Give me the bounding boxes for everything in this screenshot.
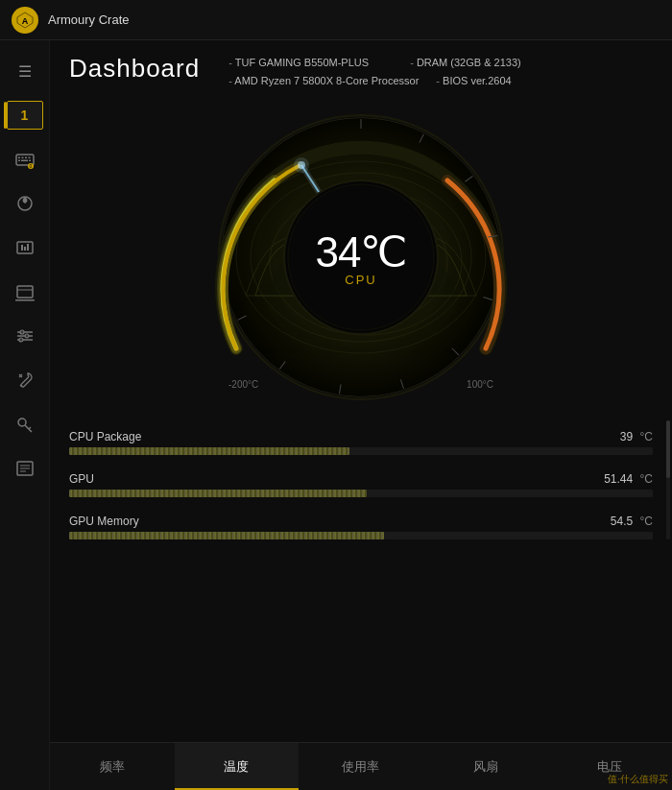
gpu-memory-label: GPU Memory <box>69 515 139 528</box>
gpu-memory-bar-fill <box>69 532 384 539</box>
svg-text:0: 0 <box>29 163 32 169</box>
sidebar-item-menu[interactable]: ☰ <box>4 50 46 92</box>
gauge-center: 34℃ CPU <box>316 227 407 287</box>
svg-point-48 <box>294 157 309 173</box>
metrics-section: CPU Package 39 °C GPU 51.44 °C <box>50 420 672 539</box>
sidebar-item-gamevisual[interactable] <box>4 271 46 313</box>
app-logo: A <box>12 7 38 34</box>
scroll-indicator[interactable] <box>666 420 670 539</box>
tab-bar: 频率 温度 使用率 风扇 电压 <box>50 742 672 790</box>
sidebar-item-tools[interactable] <box>4 359 46 401</box>
gpu-value: 51.44 °C <box>604 472 653 486</box>
cpu-package-value: 39 °C <box>620 430 653 443</box>
app-title: Armoury Crate <box>48 12 130 27</box>
tab-freq[interactable]: 频率 <box>50 743 175 790</box>
main-content: Dashboard - TUF GAMING B550M-PLUS - DRAM… <box>50 40 672 790</box>
gpu-label: GPU <box>69 472 94 486</box>
gpu-memory-bar <box>69 532 653 539</box>
sidebar-item-keyboard[interactable]: 0 <box>4 138 46 180</box>
metric-gpu: GPU 51.44 °C <box>69 472 653 497</box>
svg-point-24 <box>25 334 29 338</box>
topbar: A Armoury Crate <box>0 0 672 40</box>
sidebar-item-dashboard[interactable]: 1 <box>4 94 46 136</box>
svg-rect-16 <box>27 244 29 251</box>
system-info: - TUF GAMING B550M-PLUS - DRAM (32GB & 2… <box>228 54 521 89</box>
svg-rect-14 <box>21 245 23 251</box>
gpu-bar-fill <box>69 490 367 497</box>
tab-fan[interactable]: 风扇 <box>423 743 548 790</box>
cpu-package-bar <box>69 447 653 455</box>
svg-rect-15 <box>24 247 26 251</box>
svg-rect-4 <box>21 157 23 159</box>
svg-rect-6 <box>28 157 30 159</box>
gauge-min-label: -200°C <box>228 379 258 390</box>
sidebar-item-fan[interactable] <box>4 315 46 357</box>
gpu-memory-value: 54.5 °C <box>611 515 653 528</box>
sidebar-item-hardware[interactable] <box>4 227 46 269</box>
svg-rect-18 <box>15 299 35 301</box>
svg-rect-5 <box>25 157 27 159</box>
sidebar-item-aura[interactable] <box>4 182 46 225</box>
tab-usage[interactable]: 使用率 <box>299 743 423 790</box>
temperature-gauge: 34℃ CPU -200°C 100°C <box>198 104 524 411</box>
cpu-value: AMD Ryzen 7 5800X 8-Core Processor <box>234 75 419 86</box>
svg-rect-17 <box>17 286 33 298</box>
scroll-thumb[interactable] <box>666 420 670 478</box>
dashboard-title: Dashboard <box>69 54 200 84</box>
dashboard-thumb: 1 <box>7 101 43 130</box>
gauge-label: CPU <box>345 273 376 287</box>
motherboard-value: TUF GAMING B550M-PLUS <box>235 57 369 68</box>
bios-value: BIOS ver.2604 <box>443 75 512 86</box>
watermark: 值·什么值得买 <box>608 773 668 786</box>
dashboard-header: Dashboard - TUF GAMING B550M-PLUS - DRAM… <box>50 40 672 99</box>
tab-temp[interactable]: 温度 <box>175 743 300 790</box>
gauge-temperature: 34℃ <box>316 227 407 276</box>
sidebar: ☰ 1 0 <box>0 40 50 790</box>
svg-text:A: A <box>22 16 29 26</box>
dram-value: DRAM (32GB & 2133) <box>417 57 521 68</box>
metric-cpu-package: CPU Package 39 °C <box>69 430 653 455</box>
svg-point-25 <box>19 338 23 342</box>
sidebar-item-keys[interactable] <box>4 403 46 445</box>
svg-point-23 <box>20 330 24 334</box>
cpu-package-label: CPU Package <box>69 430 141 443</box>
svg-line-27 <box>25 425 32 432</box>
gauge-max-label: 100°C <box>467 379 493 390</box>
svg-point-26 <box>18 419 26 426</box>
svg-rect-3 <box>18 157 20 159</box>
cpu-package-bar-fill <box>69 447 349 455</box>
gauge-area: 34℃ CPU -200°C 100°C <box>50 94 672 420</box>
svg-rect-7 <box>18 160 20 162</box>
gpu-bar <box>69 490 653 497</box>
svg-rect-9 <box>29 160 31 162</box>
svg-line-28 <box>29 427 31 429</box>
metric-gpu-memory: GPU Memory 54.5 °C <box>69 515 653 539</box>
sidebar-item-news[interactable] <box>4 447 46 490</box>
svg-rect-8 <box>21 160 28 162</box>
